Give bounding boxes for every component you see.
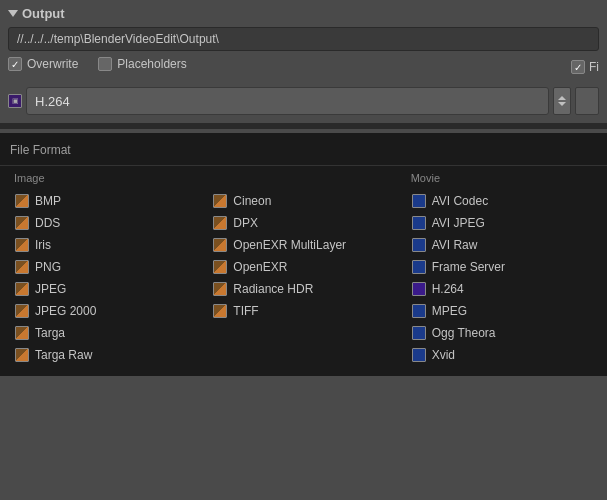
list-item[interactable]: OpenEXR: [208, 256, 398, 278]
list-item[interactable]: Xvid: [407, 344, 597, 366]
format-item-icon: [14, 325, 30, 341]
format-item-label: Xvid: [432, 348, 455, 362]
format-item-icon: [14, 303, 30, 319]
list-item[interactable]: AVI Codec: [407, 190, 597, 212]
format-item-label: Iris: [35, 238, 51, 252]
list-item[interactable]: Cineon: [208, 190, 398, 212]
list-item[interactable]: JPEG 2000: [10, 300, 200, 322]
format-arrows[interactable]: [553, 87, 571, 115]
format-item-label: DPX: [233, 216, 258, 230]
list-item[interactable]: AVI Raw: [407, 234, 597, 256]
image-column: Image BMPDDSIrisPNGJPEGJPEG 2000TargaTar…: [6, 172, 204, 366]
format-item-icon: [14, 259, 30, 275]
format-icon-square: [412, 194, 426, 208]
panel-divider: [0, 123, 607, 129]
format-icon-square: [412, 304, 426, 318]
middle-header: [208, 172, 398, 184]
format-item-label: Ogg Theora: [432, 326, 496, 340]
format-icon-square: [15, 304, 29, 318]
format-icon: ▣: [8, 94, 22, 108]
list-item[interactable]: AVI JPEG: [407, 212, 597, 234]
format-item-icon: [411, 347, 427, 363]
format-item-icon: [212, 281, 228, 297]
format-icon-square: [15, 348, 29, 362]
format-columns: Image BMPDDSIrisPNGJPEGJPEG 2000TargaTar…: [0, 172, 607, 366]
format-icon-square: [412, 282, 426, 296]
format-item-icon: [212, 215, 228, 231]
list-item[interactable]: MPEG: [407, 300, 597, 322]
list-item[interactable]: Ogg Theora: [407, 322, 597, 344]
format-item-icon: [411, 237, 427, 253]
format-icon-square: [412, 216, 426, 230]
format-extra-button[interactable]: [575, 87, 599, 115]
format-item-label: OpenEXR: [233, 260, 287, 274]
format-icon-square: [15, 194, 29, 208]
format-item-label: AVI Codec: [432, 194, 488, 208]
list-item[interactable]: OpenEXR MultiLayer: [208, 234, 398, 256]
format-item-label: PNG: [35, 260, 61, 274]
format-item-icon: [411, 325, 427, 341]
format-icon-square: [412, 238, 426, 252]
list-item[interactable]: PNG: [10, 256, 200, 278]
output-header: Output: [8, 6, 599, 21]
format-item-label: Radiance HDR: [233, 282, 313, 296]
format-icon-square: [412, 348, 426, 362]
dropdown-panel: File Format Image BMPDDSIrisPNGJPEGJPEG …: [0, 133, 607, 376]
arrow-down-icon[interactable]: [558, 102, 566, 106]
format-item-label: DDS: [35, 216, 60, 230]
format-item-icon: [411, 281, 427, 297]
format-icon-square: [213, 216, 227, 230]
format-value: H.264: [35, 94, 70, 109]
format-item-icon: [411, 259, 427, 275]
format-row: ▣ H.264: [0, 83, 607, 119]
checkboxes-row: Overwrite Placeholders Fi: [8, 57, 599, 77]
list-item[interactable]: DPX: [208, 212, 398, 234]
format-item-icon: [14, 347, 30, 363]
overwrite-label: Overwrite: [27, 57, 78, 71]
format-item-icon: [14, 237, 30, 253]
format-item-label: H.264: [432, 282, 464, 296]
list-item[interactable]: Targa: [10, 322, 200, 344]
format-item-icon: [212, 259, 228, 275]
format-icon-square: [412, 260, 426, 274]
format-icon-square: [15, 238, 29, 252]
placeholders-label: Placeholders: [117, 57, 186, 71]
format-item-label: Targa: [35, 326, 65, 340]
placeholders-checkbox[interactable]: [98, 57, 112, 71]
format-item-icon: [411, 215, 427, 231]
list-item[interactable]: Frame Server: [407, 256, 597, 278]
list-item[interactable]: H.264: [407, 278, 597, 300]
format-icon-square: [15, 326, 29, 340]
list-item[interactable]: JPEG: [10, 278, 200, 300]
format-icon-square: [213, 282, 227, 296]
output-panel: Output //../../../temp\BlenderVideoEdit\…: [0, 0, 607, 83]
list-item[interactable]: Radiance HDR: [208, 278, 398, 300]
fi-checkbox[interactable]: [571, 60, 585, 74]
output-path[interactable]: //../../../temp\BlenderVideoEdit\Output\: [8, 27, 599, 51]
format-item-label: Cineon: [233, 194, 271, 208]
overwrite-group: Overwrite: [8, 57, 78, 71]
list-item[interactable]: DDS: [10, 212, 200, 234]
format-item-label: MPEG: [432, 304, 467, 318]
format-item-icon: [411, 303, 427, 319]
list-item[interactable]: TIFF: [208, 300, 398, 322]
image-header: Image: [10, 172, 200, 184]
arrow-up-icon[interactable]: [558, 96, 566, 100]
format-item-icon: [14, 193, 30, 209]
format-item-label: AVI Raw: [432, 238, 478, 252]
format-icon-square: [15, 260, 29, 274]
format-icon-square: [213, 194, 227, 208]
format-icon-square: [213, 260, 227, 274]
list-item[interactable]: Iris: [10, 234, 200, 256]
fi-label: Fi: [589, 60, 599, 74]
list-item[interactable]: BMP: [10, 190, 200, 212]
format-icon-square: [412, 326, 426, 340]
overwrite-checkbox[interactable]: [8, 57, 22, 71]
format-item-label: Targa Raw: [35, 348, 92, 362]
collapse-icon[interactable]: [8, 10, 18, 17]
placeholders-group: Placeholders: [98, 57, 186, 71]
format-select[interactable]: H.264: [26, 87, 549, 115]
list-item[interactable]: Targa Raw: [10, 344, 200, 366]
format-icon-square: [15, 282, 29, 296]
format-icon-square: [213, 238, 227, 252]
